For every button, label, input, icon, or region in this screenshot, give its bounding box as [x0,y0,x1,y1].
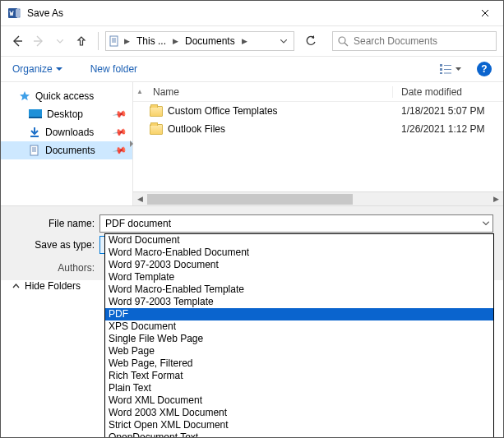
window-title: Save As [27,7,63,19]
type-option[interactable]: Word XML Document [105,394,493,407]
forward-button[interactable] [29,31,49,51]
search-input[interactable]: Search Documents [332,31,497,51]
file-date: 1/26/2021 1:12 PM [393,123,503,135]
chevron-right-icon[interactable]: ▶ [123,37,132,45]
filename-label: File name: [11,218,99,229]
tree-label: Documents [45,145,95,156]
close-button[interactable] [466,1,503,26]
tree-label: Downloads [45,127,94,138]
tree-label: Quick access [35,90,94,102]
tree-label: Desktop [47,108,83,120]
column-header-name[interactable]: Name [146,86,393,98]
chevron-right-icon[interactable]: ▶ [171,37,180,45]
type-option[interactable]: Rich Text Format [105,370,493,382]
type-option[interactable]: Word Macro-Enabled Document [105,247,493,259]
help-button[interactable]: ? [477,62,492,76]
header-scroll-up-icon[interactable]: ▲ [133,88,146,95]
save-as-type-label: Save as type: [11,239,99,251]
navigation-tree: Quick access Desktop 📌 Downloads 📌 Docum… [1,82,132,205]
chevron-right-icon[interactable]: ▶ [240,37,249,45]
type-option[interactable]: Word 97-2003 Template [105,296,493,308]
documents-icon [29,145,40,156]
breadcrumb-item-documents[interactable]: Documents [182,32,238,50]
svg-point-12 [339,37,345,44]
pin-icon: 📌 [113,143,128,159]
file-name: Custom Office Templates [168,105,278,117]
type-option[interactable]: Plain Text [105,382,493,394]
nav-separator [98,32,99,50]
scroll-right-icon[interactable]: ▶ [489,192,503,206]
svg-rect-1 [16,9,20,17]
splitter[interactable] [132,82,133,205]
svg-rect-21 [29,117,42,118]
organize-button[interactable]: Organize [12,63,62,75]
type-option[interactable]: Strict Open XML Document [105,419,493,431]
word-app-icon [7,7,21,20]
search-placeholder: Search Documents [354,35,437,47]
svg-line-13 [344,43,348,46]
tree-item-documents[interactable]: Documents 📌 [1,141,132,159]
file-name: Outlook Files [168,123,225,135]
filename-row: File name: PDF document [11,213,493,234]
new-folder-button[interactable]: New folder [90,63,137,75]
authors-label: Authors: [11,262,99,274]
breadcrumb-item-this[interactable]: This ... [133,32,169,50]
type-option[interactable]: XPS Document [105,320,493,333]
file-row[interactable]: Outlook Files 1/26/2021 1:12 PM [133,120,503,138]
title-bar: Save As [1,1,503,26]
svg-rect-15 [440,68,442,71]
scroll-thumb[interactable] [147,194,353,205]
column-header-date[interactable]: Date modified [393,86,503,98]
breadcrumb[interactable]: ▶ This ... ▶ Documents ▶ [105,31,294,51]
tree-item-desktop[interactable]: Desktop 📌 [1,105,132,123]
refresh-button[interactable] [299,31,322,51]
up-button[interactable] [72,31,91,51]
horizontal-scrollbar[interactable]: ◀ ▶ [133,191,503,205]
svg-rect-8 [110,36,118,46]
folder-icon [150,106,163,117]
save-as-type-dropdown[interactable]: Word DocumentWord Macro-Enabled Document… [104,233,494,438]
type-option[interactable]: Single File Web Page [105,333,493,345]
filename-value: PDF document [105,218,171,229]
svg-rect-16 [440,72,442,74]
desktop-icon [29,109,42,119]
folder-icon [150,124,163,135]
search-icon [338,36,349,47]
filename-input[interactable]: PDF document [99,214,493,233]
type-option[interactable]: OpenDocument Text [105,431,493,438]
file-list-header: ▲ Name Date modified [133,82,503,102]
type-option[interactable]: Web Page [105,345,493,357]
hide-folders-label: Hide Folders [25,280,81,292]
file-pane: ▲ Name Date modified Custom Office Templ… [133,82,503,205]
pin-icon: 📌 [113,125,128,141]
organize-label: Organize [12,63,53,75]
scroll-track[interactable] [147,192,489,206]
toolbar: Organize New folder ? [1,56,503,82]
file-date: 1/18/2021 5:07 PM [393,105,503,117]
nav-bar: ▶ This ... ▶ Documents ▶ Search Document… [1,26,503,56]
download-icon [29,127,40,138]
recent-locations-button[interactable] [50,31,70,51]
view-options-button[interactable] [435,61,465,77]
breadcrumb-dropdown[interactable] [275,39,292,44]
star-icon [19,90,30,102]
type-option[interactable]: Word 2003 XML Document [105,407,493,419]
type-option[interactable]: Word Macro-Enabled Template [105,284,493,296]
back-button[interactable] [7,31,27,51]
type-option[interactable]: PDF [105,308,493,320]
svg-rect-23 [30,145,38,155]
scroll-left-icon[interactable]: ◀ [133,192,147,206]
svg-rect-14 [440,64,442,67]
tree-item-quick-access[interactable]: Quick access [1,87,132,105]
tree-item-downloads[interactable]: Downloads 📌 [1,123,132,141]
type-option[interactable]: Web Page, Filtered [105,357,493,370]
chevron-down-icon[interactable] [483,222,489,226]
type-option[interactable]: Word 97-2003 Document [105,259,493,271]
file-row[interactable]: Custom Office Templates 1/18/2021 5:07 P… [133,102,503,120]
type-option[interactable]: Word Document [105,234,493,247]
main-area: Quick access Desktop 📌 Downloads 📌 Docum… [1,82,503,205]
documents-location-icon [108,35,121,48]
hide-folders-button[interactable]: Hide Folders [12,280,81,292]
file-list: Custom Office Templates 1/18/2021 5:07 P… [133,102,503,191]
type-option[interactable]: Word Template [105,271,493,284]
